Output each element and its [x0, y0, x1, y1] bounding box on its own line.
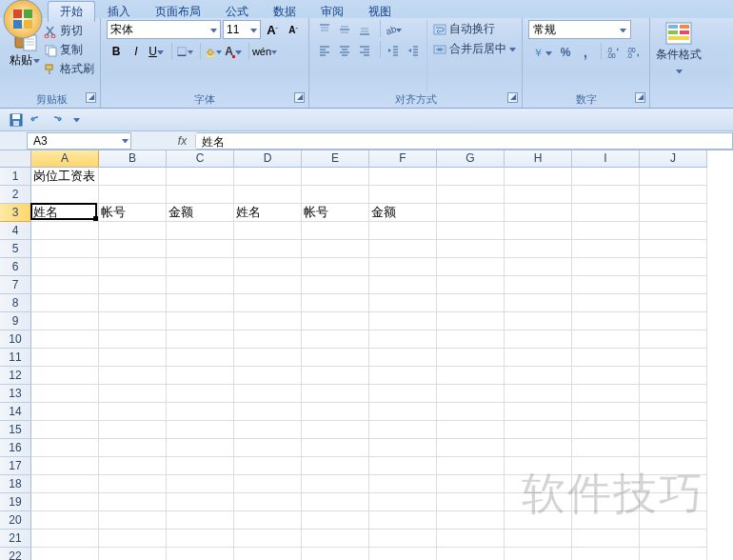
align-top-button[interactable]: [315, 20, 334, 39]
undo-button[interactable]: [28, 111, 45, 129]
cell[interactable]: [234, 493, 302, 511]
cell[interactable]: [437, 294, 505, 312]
cell[interactable]: [437, 439, 505, 457]
cell[interactable]: [505, 457, 572, 475]
cell[interactable]: [99, 349, 167, 367]
cell[interactable]: [234, 276, 302, 294]
cell[interactable]: [505, 330, 572, 349]
cell[interactable]: [572, 385, 640, 403]
align-right-button[interactable]: [355, 41, 374, 60]
cell[interactable]: [167, 439, 234, 457]
cell[interactable]: [505, 240, 572, 258]
grow-font-button[interactable]: Aˆ: [263, 20, 282, 39]
cell[interactable]: [572, 222, 640, 240]
cell[interactable]: [302, 403, 369, 421]
comma-button[interactable]: ,: [576, 43, 595, 62]
cell[interactable]: [369, 403, 437, 421]
cell[interactable]: [437, 548, 505, 560]
cell[interactable]: [302, 457, 369, 475]
cell[interactable]: [640, 530, 707, 548]
cell[interactable]: [505, 511, 572, 530]
col-header-D[interactable]: D: [234, 150, 302, 168]
row-header[interactable]: 18: [0, 475, 31, 493]
cell[interactable]: [302, 439, 369, 457]
cell[interactable]: [302, 330, 369, 349]
border-button[interactable]: [175, 42, 194, 61]
row-header[interactable]: 17: [0, 457, 31, 475]
cell[interactable]: [234, 312, 302, 330]
cell[interactable]: [234, 367, 302, 385]
cell[interactable]: [302, 312, 369, 330]
cell[interactable]: [437, 493, 505, 511]
cell[interactable]: [167, 457, 234, 475]
cell[interactable]: [99, 530, 167, 548]
cell[interactable]: [437, 511, 505, 530]
cell[interactable]: [167, 330, 234, 349]
cell[interactable]: [369, 222, 437, 240]
cell[interactable]: [437, 475, 505, 493]
cell[interactable]: [167, 548, 234, 560]
cell[interactable]: [505, 493, 572, 511]
col-header-F[interactable]: F: [369, 150, 437, 168]
cell[interactable]: [505, 276, 572, 294]
cell[interactable]: [99, 403, 167, 421]
cell[interactable]: [505, 204, 572, 222]
underline-button[interactable]: U: [147, 42, 166, 61]
col-header-C[interactable]: C: [167, 150, 234, 168]
shrink-font-button[interactable]: Aˇ: [284, 20, 303, 39]
cell[interactable]: [369, 294, 437, 312]
cell[interactable]: [572, 276, 640, 294]
cell[interactable]: 岗位工资表: [31, 168, 99, 186]
copy-button[interactable]: 复制: [44, 41, 94, 59]
cell[interactable]: [505, 530, 572, 548]
cell[interactable]: [167, 294, 234, 312]
cell[interactable]: [640, 367, 707, 385]
cell[interactable]: [369, 367, 437, 385]
cell[interactable]: [31, 530, 99, 548]
cell[interactable]: [167, 385, 234, 403]
cell[interactable]: [167, 240, 234, 258]
align-center-button[interactable]: [335, 41, 354, 60]
cell[interactable]: [31, 276, 99, 294]
merge-center-button[interactable]: 合并后居中: [433, 40, 516, 58]
cell[interactable]: [572, 475, 640, 493]
tab-审阅[interactable]: 审阅: [308, 1, 356, 22]
cell[interactable]: [505, 548, 572, 560]
format-painter-button[interactable]: 格式刷: [44, 60, 94, 78]
cell[interactable]: [505, 367, 572, 385]
cell[interactable]: [31, 493, 99, 511]
row-header[interactable]: 4: [0, 222, 31, 240]
col-header-H[interactable]: H: [505, 150, 572, 168]
cell[interactable]: [99, 493, 167, 511]
cell[interactable]: [640, 385, 707, 403]
cell[interactable]: [640, 168, 707, 186]
cell[interactable]: [31, 222, 99, 240]
cell[interactable]: [437, 276, 505, 294]
cell[interactable]: [99, 186, 167, 204]
cell[interactable]: [234, 530, 302, 548]
cell[interactable]: [437, 421, 505, 439]
cell[interactable]: [640, 186, 707, 204]
cell[interactable]: [302, 493, 369, 511]
fx-button[interactable]: fx: [169, 134, 196, 148]
cell[interactable]: [640, 439, 707, 457]
cell[interactable]: [572, 240, 640, 258]
row-header[interactable]: 11: [0, 349, 31, 367]
cell[interactable]: [572, 330, 640, 349]
cell[interactable]: [505, 294, 572, 312]
cell[interactable]: [369, 511, 437, 530]
cell[interactable]: [31, 349, 99, 367]
orientation-button[interactable]: ab: [384, 20, 403, 39]
redo-button[interactable]: [48, 111, 65, 129]
decrease-decimal-button[interactable]: .00.0: [624, 43, 644, 62]
cell[interactable]: 金额: [369, 204, 437, 222]
row-header[interactable]: 6: [0, 258, 31, 276]
row-header[interactable]: 19: [0, 493, 31, 511]
cell[interactable]: [505, 349, 572, 367]
cell[interactable]: [234, 186, 302, 204]
cell[interactable]: [640, 294, 707, 312]
cell[interactable]: [167, 276, 234, 294]
cell[interactable]: [99, 385, 167, 403]
cell[interactable]: [302, 511, 369, 530]
cell[interactable]: [31, 403, 99, 421]
